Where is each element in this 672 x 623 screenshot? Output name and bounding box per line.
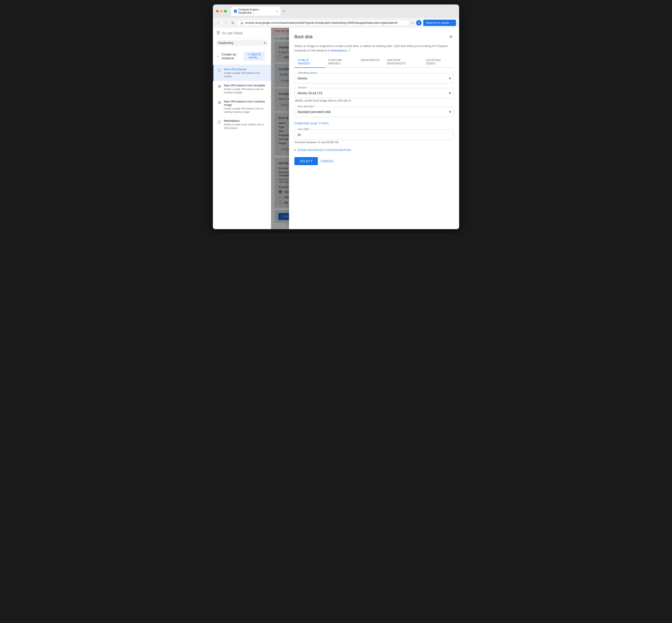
new-vm-title: New VM instance xyxy=(224,67,267,71)
marketplace-content: Marketplace Deploy a ready-to-go solutio… xyxy=(224,119,267,130)
select-button[interactable]: SELECT xyxy=(294,157,318,165)
compare-disk-types-link[interactable]: COMPARE DISK TYPES xyxy=(294,122,329,125)
toolbar-actions: ☆ S Relaunch to update ⋮ xyxy=(411,20,456,26)
tab-snapshots[interactable]: SNAPSHOTS xyxy=(357,56,383,68)
machine-image-title: New VM instance from machine image xyxy=(224,100,267,107)
reload-button[interactable]: ↻ xyxy=(230,20,235,26)
address-bar[interactable]: 🔒 console.cloud.google.com/compute/insta… xyxy=(237,20,409,26)
modal-description: Select an image or snapshot to create a … xyxy=(294,44,454,53)
modal-overlay: Boot disk ✕ Select an image or snapshot … xyxy=(271,28,459,229)
disk-type-select[interactable]: Standard persistent disk xyxy=(294,107,454,117)
size-label: Size (GB) * xyxy=(297,128,311,130)
lock-icon: 🔒 xyxy=(240,21,243,24)
os-field: Operating system Ubuntu ▾ xyxy=(294,73,454,84)
marketplace-link[interactable]: Marketplace xyxy=(331,49,347,52)
cancel-button[interactable]: CANCEL xyxy=(321,159,334,163)
tab-public-images[interactable]: PUBLIC IMAGES xyxy=(294,56,325,68)
disk-type-field: Boot disk type * Standard persistent dis… xyxy=(294,107,454,117)
relaunch-menu-icon: ⋮ xyxy=(450,21,453,25)
tab-archive-snapshots[interactable]: ARCHIVE SNAPSHOTS xyxy=(383,56,423,68)
browser-window: Compute Engine – StayBookin… ✕ + ← → ↻ 🔒… xyxy=(213,4,459,229)
minimize-traffic-light[interactable] xyxy=(220,10,223,12)
tab-favicon xyxy=(234,10,237,13)
template-content: New VM instance from template Create a s… xyxy=(224,84,267,94)
new-vm-icon: ☐ xyxy=(217,68,222,72)
machine-image-icon: ⊞ xyxy=(217,100,222,105)
tab-bar: Compute Engine – StayBookin… ✕ + xyxy=(231,7,456,16)
machine-image-desc: Create a single VM instance from an exis… xyxy=(224,107,267,114)
menu-icon[interactable]: ☰ xyxy=(216,30,220,35)
create-vm-label: ✦ CREATE VM FR… xyxy=(246,53,262,59)
tab-custom-images[interactable]: CUSTOM IMAGES xyxy=(325,56,357,68)
size-input[interactable] xyxy=(294,129,454,140)
new-vm-desc: Create a single VM instance from scratch xyxy=(224,71,267,78)
nav-back: ← Create an instance ✦ CREATE VM FR… xyxy=(213,48,271,65)
sidebar-item-new-vm[interactable]: ☐ New VM instance Create a single VM ins… xyxy=(213,65,271,81)
os-label: Operating system xyxy=(297,71,318,74)
sidebar: ☰ Google Cloud StayBooking ▾ ← Create an… xyxy=(213,28,271,229)
maximize-traffic-light[interactable] xyxy=(224,10,227,12)
relaunch-button[interactable]: Relaunch to update ⋮ xyxy=(423,20,456,26)
back-arrow-icon[interactable]: ← xyxy=(216,54,220,58)
modal-title: Boot disk xyxy=(294,34,313,39)
page-title: Create an instance xyxy=(222,52,239,60)
close-traffic-light[interactable] xyxy=(216,10,219,12)
sidebar-header: ☰ Google Cloud xyxy=(213,28,271,38)
disk-type-label: Boot disk type * xyxy=(297,105,316,108)
browser-titlebar: Compute Engine – StayBookin… ✕ + xyxy=(213,4,459,18)
boot-disk-modal: Boot disk ✕ Select an image or snapshot … xyxy=(289,28,459,229)
os-select[interactable]: Ubuntu xyxy=(294,73,454,84)
tab-label: Compute Engine – StayBookin… xyxy=(238,8,274,14)
profile-avatar[interactable]: S xyxy=(416,20,421,26)
machine-image-content: New VM instance from machine image Creat… xyxy=(224,100,267,114)
traffic-lights xyxy=(216,10,227,12)
version-label: Version * xyxy=(297,86,309,89)
chevron-down-icon: ▾ xyxy=(294,148,296,152)
advanced-toggle-label: SHOW ADVANCED CONFIGURATION xyxy=(297,148,351,152)
disk-type-select-wrapper: Standard persistent disk ▾ xyxy=(294,107,454,117)
marketplace-desc: Deploy a ready-to-go solution onto a VM … xyxy=(224,123,267,130)
new-tab-button[interactable]: + xyxy=(282,8,287,14)
browser-tab-active[interactable]: Compute Engine – StayBookin… ✕ xyxy=(231,7,281,16)
page-content: ☰ Google Cloud StayBooking ▾ ← Create an… xyxy=(213,28,459,229)
size-hint: Provision between 10 and 65536 GB xyxy=(294,141,454,144)
sidebar-item-new-vm-template[interactable]: ⊞ New VM instance from template Create a… xyxy=(213,81,271,97)
main-content: Free trial status: $300.00 credit and 77… xyxy=(271,28,459,229)
tab-close-icon[interactable]: ✕ xyxy=(276,10,278,12)
marketplace-icon: 🛒 xyxy=(217,119,222,124)
modal-tabs: PUBLIC IMAGES CUSTOM IMAGES SNAPSHOTS AR… xyxy=(294,56,454,68)
bookmark-icon[interactable]: ☆ xyxy=(411,21,414,25)
version-select[interactable]: Ubuntu 20.04 LTS xyxy=(294,88,454,98)
modal-close-button[interactable]: ✕ xyxy=(448,33,454,40)
new-vm-content: New VM instance Create a single VM insta… xyxy=(224,67,267,78)
modal-header: Boot disk ✕ xyxy=(294,33,454,40)
advanced-config-toggle[interactable]: ▾ SHOW ADVANCED CONFIGURATION xyxy=(294,148,454,152)
marketplace-title: Marketplace xyxy=(224,119,267,122)
create-vm-free-button[interactable]: ✦ CREATE VM FR… xyxy=(243,52,265,61)
project-selector[interactable]: StayBooking ▾ xyxy=(215,40,268,46)
sidebar-item-marketplace[interactable]: 🛒 Marketplace Deploy a ready-to-go solut… xyxy=(213,116,271,132)
project-name: StayBooking xyxy=(218,41,233,44)
version-field: Version * Ubuntu 20.04 LTS ▾ x86/64, amd… xyxy=(294,88,454,102)
template-icon: ⊞ xyxy=(217,84,222,89)
version-select-wrapper: Ubuntu 20.04 LTS ▾ xyxy=(294,88,454,98)
size-field: Size (GB) * Provision between 10 and 655… xyxy=(294,129,454,144)
google-cloud-logo: Google Cloud xyxy=(222,31,242,35)
url-text: console.cloud.google.com/compute/instanc… xyxy=(245,21,397,24)
tab-existing-disks[interactable]: EXISTING DISKS xyxy=(423,56,454,68)
relaunch-label: Relaunch to update xyxy=(426,21,449,24)
back-button[interactable]: ← xyxy=(216,20,222,26)
version-hint: x86/64, amd64 focal image built on 2024-… xyxy=(294,99,454,102)
modal-actions: SELECT CANCEL xyxy=(294,157,454,165)
template-desc: Create a single VM instance from an exis… xyxy=(224,88,267,94)
chevron-down-icon: ▾ xyxy=(264,41,265,44)
template-title: New VM instance from template xyxy=(224,84,267,87)
browser-toolbar: ← → ↻ 🔒 console.cloud.google.com/compute… xyxy=(213,18,459,28)
sidebar-item-machine-image[interactable]: ⊞ New VM instance from machine image Cre… xyxy=(213,97,271,117)
forward-button[interactable]: → xyxy=(223,20,229,26)
os-select-wrapper: Ubuntu ▾ xyxy=(294,73,454,84)
